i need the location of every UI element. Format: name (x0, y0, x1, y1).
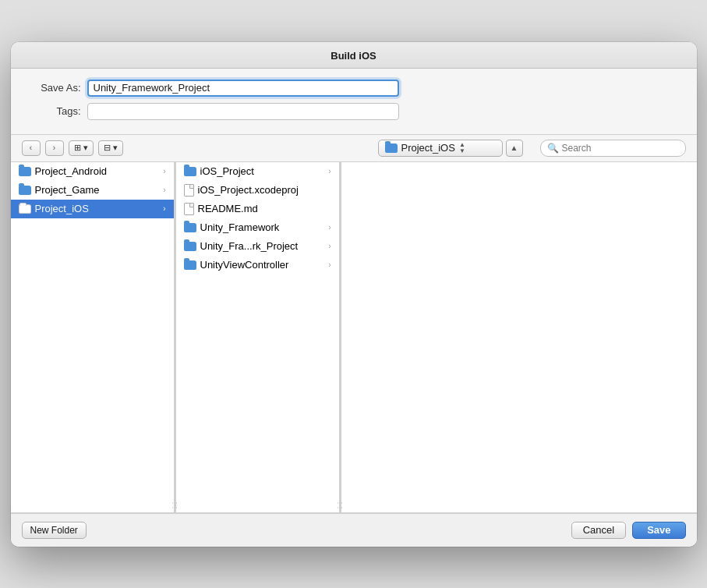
location-selector: Project_iOS ▲ ▼ ▲ (378, 140, 523, 157)
bottom-bar: New Folder Cancel Save (11, 513, 697, 547)
tags-input[interactable] (87, 103, 399, 120)
search-input[interactable] (562, 143, 679, 154)
column-chevron-icon: ▾ (83, 143, 88, 153)
column-view-button[interactable]: ⊞ ▾ (69, 140, 94, 156)
list-item[interactable]: Project_Android › (11, 162, 174, 181)
list-item[interactable]: Project_Game › (11, 181, 174, 200)
list-item[interactable]: iOS_Project › (176, 162, 339, 181)
chevron-right-icon: › (163, 204, 165, 213)
folder-icon (184, 260, 196, 270)
list-item[interactable]: README.md (176, 200, 339, 218)
cancel-button[interactable]: Cancel (571, 522, 626, 539)
resize-handle-2[interactable]: ⋮⋮ (340, 162, 341, 512)
expand-icon: ▲ (511, 143, 518, 152)
list-item[interactable]: Unity_Fra...rk_Project › (176, 237, 339, 256)
tags-label: Tags: (27, 105, 81, 117)
item-label: Unity_Framework (200, 221, 325, 233)
save-as-input[interactable] (87, 80, 399, 97)
location-arrows-icon: ▲ ▼ (459, 142, 465, 154)
save-as-row: Save As: (27, 80, 681, 97)
document-icon (184, 203, 194, 215)
item-label: UnityViewController (200, 259, 325, 271)
tags-row: Tags: (27, 103, 681, 120)
chevron-right-icon: › (163, 167, 165, 175)
item-label: Project_Game (35, 184, 160, 196)
resize-dots-icon: ⋮⋮ (171, 500, 179, 509)
chevron-right-icon: › (163, 186, 165, 194)
search-icon: 🔍 (547, 143, 559, 154)
list-item[interactable]: iOS_Project.xcodeproj (176, 181, 339, 200)
item-label: Unity_Fra...rk_Project (200, 240, 325, 252)
list-item[interactable]: UnityViewController › (176, 256, 339, 275)
folder-icon (184, 167, 196, 176)
chevron-right-icon: › (328, 260, 331, 269)
location-folder-icon (385, 143, 398, 153)
grid-chevron-icon: ▾ (113, 143, 118, 153)
column-view-icon: ⊞ (74, 143, 81, 153)
grid-view-button[interactable]: ⊟ ▾ (98, 140, 123, 156)
resize-handle-1[interactable]: ⋮⋮ (175, 162, 176, 512)
chevron-right-icon: › (328, 167, 331, 175)
chevron-right-icon: › (328, 223, 331, 232)
dialog-title: Build iOS (331, 50, 376, 62)
chevron-right-icon: › (328, 242, 331, 250)
search-box[interactable]: 🔍 (540, 140, 686, 157)
item-label: README.md (198, 203, 331, 214)
item-label: iOS_Project.xcodeproj (198, 184, 331, 196)
new-folder-button[interactable]: New Folder (22, 522, 87, 539)
item-label: Project_Android (35, 165, 160, 177)
back-button[interactable]: ‹ (22, 140, 41, 156)
file-browser: Project_Android › Project_Game › Project… (11, 162, 697, 513)
list-item[interactable]: Unity_Framework › (176, 218, 339, 237)
list-item[interactable]: Project_iOS › (11, 200, 174, 218)
item-label: iOS_Project (200, 165, 325, 177)
folder-icon (19, 167, 31, 176)
resize-dots-icon: ⋮⋮ (337, 500, 344, 509)
title-bar: Build iOS (11, 42, 697, 69)
build-ios-dialog: Build iOS Save As: Tags: ‹ › ⊞ ▾ ⊟ ▾ (11, 42, 697, 547)
expand-button[interactable]: ▲ (506, 140, 523, 157)
location-dropdown[interactable]: Project_iOS ▲ ▼ (378, 140, 503, 157)
column-2: iOS_Project › iOS_Project.xcodeproj READ… (176, 162, 340, 512)
forward-button[interactable]: › (45, 140, 64, 156)
column-1: Project_Android › Project_Game › Project… (11, 162, 175, 512)
document-icon (184, 184, 194, 197)
folder-icon (19, 186, 31, 195)
location-name: Project_iOS (401, 142, 455, 154)
column-3 (341, 162, 697, 512)
item-label: Project_iOS (35, 203, 160, 214)
grid-view-icon: ⊟ (104, 143, 111, 153)
toolbar: ‹ › ⊞ ▾ ⊟ ▾ Project_iOS ▲ ▼ ▲ (11, 135, 697, 162)
folder-icon (184, 223, 196, 232)
form-area: Save As: Tags: (11, 69, 697, 135)
folder-icon (184, 242, 196, 251)
save-button[interactable]: Save (632, 522, 685, 539)
folder-icon (19, 204, 31, 214)
save-as-label: Save As: (27, 82, 81, 94)
